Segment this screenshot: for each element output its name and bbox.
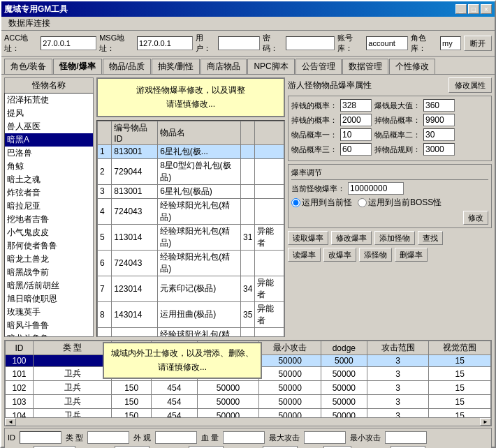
- tab-announce[interactable]: 公告管理: [296, 59, 342, 74]
- list-item[interactable]: 暗土之魂: [5, 173, 93, 186]
- monster-list[interactable]: 沼泽拓荒使 提风 兽人巫医 暗黑A 巴洛兽 角鲸 暗土之魂 炸弦者音 暗拉尼亚 …: [4, 93, 94, 337]
- rate-current-input[interactable]: [348, 182, 404, 195]
- attr-label-1b: 爆钱最大值：: [374, 100, 421, 111]
- add-monster-button2[interactable]: 添怪物: [359, 248, 392, 262]
- attr-input-4a[interactable]: [340, 143, 372, 156]
- attr-label-2a: 掉钱的概率：: [291, 115, 337, 126]
- list-item[interactable]: 兽人巫医: [5, 120, 93, 133]
- form-input-id[interactable]: [20, 431, 61, 444]
- list-item[interactable]: 那何使者鲁鲁: [5, 239, 93, 253]
- acc-input[interactable]: [41, 36, 96, 50]
- add-monster-button[interactable]: 添加怪物: [374, 231, 415, 245]
- form-input-maxatk[interactable]: [304, 431, 346, 444]
- modify-rate-button2[interactable]: 改爆率: [323, 248, 356, 262]
- table-row[interactable]: 9724043经验球阳光礼包(精品): [98, 327, 284, 337]
- list-item[interactable]: 暗黑战争前: [5, 266, 93, 279]
- form-label-maxatk: 最大攻击: [269, 433, 300, 443]
- table-row[interactable]: 38130016星礼包(极品): [98, 184, 284, 198]
- form-input-type[interactable]: [87, 431, 129, 444]
- menu-item-db[interactable]: 数据库连接: [4, 16, 54, 31]
- list-item[interactable]: 提风: [5, 107, 93, 120]
- modify-rate-button[interactable]: 修改爆率: [331, 231, 372, 245]
- table-row[interactable]: 4724043经验球阳光礼包(精品): [98, 198, 284, 224]
- tab-monster-rate[interactable]: 怪物/爆率: [53, 59, 101, 74]
- list-item[interactable]: 沼泽拓荒使: [5, 94, 93, 107]
- attr-input-3b[interactable]: [423, 128, 455, 141]
- table-row[interactable]: 102 卫兵 150 454 50000 50000 50000 3 15: [6, 381, 491, 395]
- npc-section: 城域内外卫士修改，以及增添、删除、 请谨慎修改... ID 类 型 外 观 血量…: [4, 340, 492, 426]
- action-buttons-2: 读爆率 改爆率 添怪物 删爆率: [288, 248, 492, 262]
- form-input-look[interactable]: [155, 431, 197, 444]
- table-row[interactable]: 7123014元素印记(极品)34异能者: [98, 276, 284, 301]
- list-item[interactable]: 暗龙土兽龙: [5, 253, 93, 266]
- attr-input-2b[interactable]: [423, 114, 455, 126]
- scroll-left-btn[interactable]: ◄: [5, 418, 16, 426]
- maximize-button[interactable]: □: [468, 4, 479, 14]
- list-item[interactable]: 暗龙斗鲁鲁: [5, 332, 93, 337]
- tab-role-equip[interactable]: 角色/装备: [4, 59, 52, 74]
- npc-col-dodge: dodge: [321, 341, 367, 355]
- list-item[interactable]: 暗拉尼亚: [5, 200, 93, 213]
- attr-input-2a[interactable]: [340, 114, 372, 126]
- list-item[interactable]: 炸弦者音: [5, 186, 93, 200]
- tab-personal[interactable]: 个性修改: [389, 59, 435, 74]
- item-table: 编号物品ID 物品名 18130016星礼包(极... 27290448星0型幻…: [97, 121, 284, 337]
- city-callout-line1: 城域内外卫士修改，以及增添、删除、: [111, 348, 254, 358]
- attr-input-3a[interactable]: [340, 128, 372, 141]
- scroll-right-btn[interactable]: ►: [480, 418, 491, 426]
- list-item[interactable]: 暗黑/活前胡丝: [5, 279, 93, 292]
- tab-lottery[interactable]: 抽奖/删怪: [152, 59, 200, 74]
- read-rate-button[interactable]: 读取爆率: [288, 231, 328, 245]
- table-row[interactable]: 6724043经验球阳光礼包(精品): [98, 250, 284, 276]
- horizontal-scrollbar[interactable]: ◄ ►: [5, 417, 491, 426]
- user-input[interactable]: [218, 36, 260, 50]
- table-row[interactable]: 5113014经验球阳光礼包(精品)31异能者: [98, 224, 284, 250]
- db-label: 账号库：: [337, 33, 364, 54]
- rate-modify-button[interactable]: 修改: [463, 211, 488, 225]
- modify-attr-button[interactable]: 修改属性: [448, 77, 492, 93]
- del-rate-button[interactable]: 删爆率: [395, 248, 428, 262]
- rate-title: 爆率调节: [291, 167, 488, 180]
- form-input-minatk[interactable]: [385, 431, 427, 444]
- radio-boss-monster[interactable]: [358, 198, 367, 207]
- read-rate-button2[interactable]: 读爆率: [288, 248, 321, 262]
- radio-current-monster[interactable]: [291, 198, 300, 207]
- tab-item-quality[interactable]: 物品/品质: [103, 59, 151, 74]
- attr-label-4a: 物品概率三：: [291, 144, 337, 155]
- minimize-button[interactable]: _: [455, 4, 467, 14]
- close-button[interactable]: ×: [481, 4, 492, 14]
- table-row[interactable]: 27290448星0型幻兽礼包(极品): [98, 158, 284, 184]
- table-row[interactable]: 104 卫兵 150 454 50000 50000 50000 3 15: [6, 409, 491, 418]
- rate-current-label: 当前怪物爆率：: [291, 184, 345, 194]
- list-item[interactable]: 小气鬼皮皮: [5, 226, 93, 239]
- table-row[interactable]: 18130016星礼包(极...: [98, 144, 284, 158]
- list-item[interactable]: 暗黑A: [5, 133, 93, 147]
- attr-input-4b[interactable]: [423, 143, 455, 156]
- list-item[interactable]: 挖地者吉鲁: [5, 213, 93, 226]
- attr-input-1b[interactable]: [423, 99, 455, 112]
- db-input[interactable]: [366, 36, 408, 50]
- table-row[interactable]: 8143014运用扭曲(极品)35异能者: [98, 301, 284, 327]
- tab-data-mgmt[interactable]: 数据管理: [342, 59, 388, 74]
- list-item[interactable]: 玫瑰英手: [5, 306, 93, 319]
- pwd-input[interactable]: [286, 36, 335, 50]
- find-button[interactable]: 查找: [418, 231, 443, 245]
- connect-button[interactable]: 断开: [464, 36, 492, 51]
- attr-label-4b: 掉物品规则：: [374, 144, 421, 155]
- tab-shop-item[interactable]: 商店物品: [200, 59, 247, 74]
- attr-label-3a: 物品概率一：: [291, 130, 337, 140]
- table-row[interactable]: 103 卫兵 150 454 50000 50000 50000 3 15: [6, 395, 491, 409]
- role-label: 角色库：: [411, 33, 437, 54]
- attr-input-1a[interactable]: [340, 99, 372, 112]
- form-input-hp[interactable]: [223, 431, 265, 444]
- role-input[interactable]: [440, 36, 461, 50]
- list-item[interactable]: 暗风斗鲁鲁: [5, 319, 93, 332]
- city-callout: 城域内外卫士修改，以及增添、删除、 请谨慎修改...: [103, 342, 262, 379]
- msg-input[interactable]: [137, 36, 193, 50]
- list-item[interactable]: 旭日暗使职恩: [5, 292, 93, 306]
- form-label-minatk: 最小攻击: [350, 433, 381, 443]
- list-item[interactable]: 角鲸: [5, 160, 93, 173]
- rate-radio-row: 运用到当前怪 运用到当前BOSS怪: [291, 197, 488, 209]
- list-item[interactable]: 巴洛兽: [5, 147, 93, 160]
- tab-npc-script[interactable]: NPC脚本: [247, 59, 294, 74]
